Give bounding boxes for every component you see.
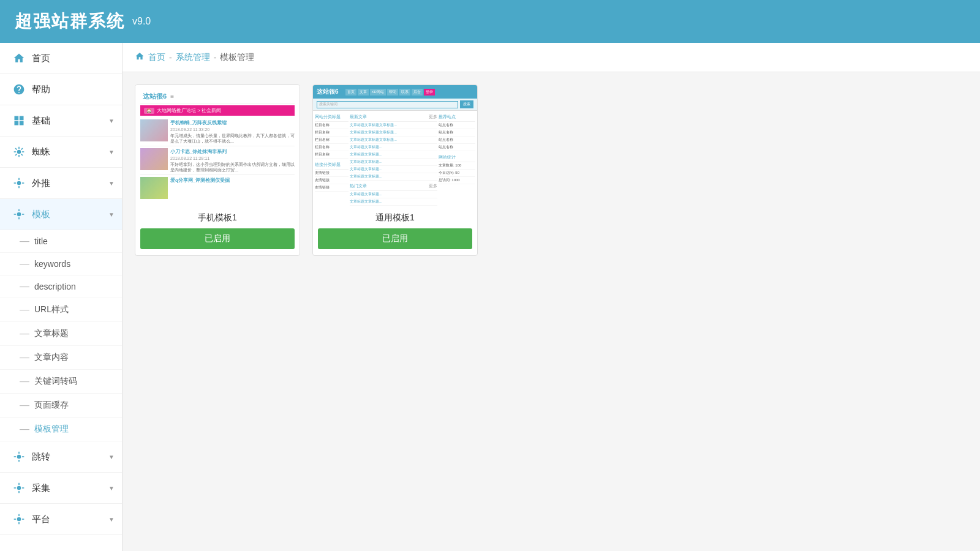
sidebar-item-template[interactable]: 模板 ▼ — [0, 199, 122, 230]
sidebar-item-jump-label: 跳转 — [32, 451, 50, 463]
sidebar-item-basic[interactable]: 基础 ▼ — [0, 105, 122, 137]
jump-icon — [12, 450, 26, 463]
help-icon — [12, 83, 26, 96]
template-name-mobile1: 手机模板1 — [135, 208, 300, 228]
breadcrumb-level1-link[interactable]: 系统管理 — [176, 52, 210, 63]
sidebar-item-collect[interactable]: 采集 ▼ — [0, 473, 122, 504]
spider-icon — [12, 145, 26, 159]
svg-point-0 — [17, 150, 21, 154]
breadcrumb-current: 模板管理 — [220, 52, 254, 63]
basic-arrow-icon: ▼ — [108, 118, 115, 124]
collect-arrow-icon: ▼ — [108, 485, 115, 492]
platform-arrow-icon: ▼ — [108, 516, 115, 523]
app-title: 超强站群系统 — [15, 10, 125, 33]
sidebar-sub-article-content[interactable]: — 文章内容 — [0, 346, 122, 370]
content-body: 这站很6 ≡ 🏠 大地网络推广论坛 > 社会新闻 手机蜘蛛_万阵夜反线紧缩 — [123, 72, 980, 268]
svg-point-1 — [17, 181, 21, 186]
sidebar-item-home[interactable]: 首页 — [0, 43, 122, 74]
collect-icon — [12, 481, 26, 495]
dash-icon: — — [20, 236, 29, 246]
sidebar-sub-keyword-redirect[interactable]: — 关键词转码 — [0, 370, 122, 394]
app-version: v9.0 — [132, 16, 151, 27]
breadcrumb: 首页 - 系统管理 - 模板管理 — [123, 43, 980, 72]
template-name-general1: 通用模板1 — [313, 208, 477, 228]
platform-icon — [12, 512, 26, 526]
push-arrow-icon: ▼ — [108, 180, 115, 187]
template-card-mobile1: 这站很6 ≡ 🏠 大地网络推广论坛 > 社会新闻 手机蜘蛛_万阵夜反线紧缩 — [135, 84, 300, 256]
sidebar-sub-page-cache[interactable]: — 页面缓存 — [0, 394, 122, 418]
sidebar: 首页 帮助 基础 ▼ 蜘蛛 ▼ — [0, 43, 123, 551]
sidebar-sub-title-label: title — [34, 236, 48, 246]
template-preview-general1: 这站很6 首页 文章 XR网站 帮助 联系 后台 登录 — [313, 85, 477, 208]
dash-icon-6: — — [20, 353, 29, 362]
sidebar-sub-title[interactable]: — title — [0, 230, 122, 253]
sidebar-item-collect-label: 采集 — [32, 482, 50, 494]
sidebar-item-push[interactable]: 外推 ▼ — [0, 168, 122, 199]
sidebar-item-spider[interactable]: 蜘蛛 ▼ — [0, 137, 122, 168]
sidebar-sub-url-label: URL样式 — [34, 304, 69, 315]
sidebar-item-help-label: 帮助 — [32, 84, 50, 96]
template-activate-general1[interactable]: 已启用 — [318, 228, 472, 249]
sidebar-item-spider-label: 蜘蛛 — [32, 146, 50, 158]
sidebar-item-basic-label: 基础 — [32, 115, 50, 127]
breadcrumb-home-link[interactable]: 首页 — [148, 52, 165, 63]
sidebar-sub-page-cache-label: 页面缓存 — [34, 400, 69, 411]
push-icon — [12, 176, 26, 190]
template-card-general1: 这站很6 首页 文章 XR网站 帮助 联系 后台 登录 — [312, 84, 478, 256]
grid-icon — [12, 114, 26, 127]
app-header: 超强站群系统 v9.0 — [0, 0, 980, 43]
sidebar-sub-description-label: description — [34, 282, 76, 291]
template-activate-mobile1[interactable]: 已启用 — [140, 228, 295, 249]
jump-arrow-icon: ▼ — [108, 454, 115, 460]
sidebar-item-jump[interactable]: 跳转 ▼ — [0, 441, 122, 473]
sidebar-sub-description[interactable]: — description — [0, 276, 122, 298]
dash-icon-7: — — [20, 377, 29, 386]
home-icon — [12, 51, 26, 65]
svg-point-3 — [17, 455, 21, 459]
breadcrumb-home-icon — [135, 51, 145, 63]
svg-point-2 — [17, 212, 21, 217]
dash-icon-9: — — [20, 424, 29, 434]
template-arrow-icon: ▼ — [108, 211, 115, 218]
dash-icon-5: — — [20, 329, 29, 339]
sidebar-item-platform[interactable]: 平台 ▼ — [0, 504, 122, 535]
dash-icon-8: — — [20, 400, 29, 410]
sidebar-sub-article-content-label: 文章内容 — [34, 352, 69, 363]
sidebar-sub-keywords[interactable]: — keywords — [0, 253, 122, 276]
sidebar-sub-template-manage[interactable]: — 模板管理 — [0, 418, 122, 441]
template-icon — [12, 208, 26, 221]
sidebar-item-template-label: 模板 — [32, 209, 50, 220]
spider-arrow-icon: ▼ — [108, 149, 115, 156]
sidebar-item-home-label: 首页 — [32, 53, 50, 64]
sidebar-sub-article-title[interactable]: — 文章标题 — [0, 322, 122, 346]
dash-icon-2: — — [20, 259, 29, 269]
sidebar-sub-url[interactable]: — URL样式 — [0, 298, 122, 322]
sidebar-item-platform-label: 平台 — [32, 514, 50, 525]
sidebar-item-help[interactable]: 帮助 — [0, 74, 122, 105]
svg-point-4 — [17, 486, 21, 490]
content-area: 首页 - 系统管理 - 模板管理 这站很6 ≡ — [123, 43, 980, 551]
sidebar-sub-keywords-label: keywords — [34, 259, 70, 269]
template-grid: 这站很6 ≡ 🏠 大地网络推广论坛 > 社会新闻 手机蜘蛛_万阵夜反线紧缩 — [135, 84, 968, 256]
dash-icon-3: — — [20, 282, 29, 291]
sidebar-item-push-label: 外推 — [32, 178, 50, 189]
dash-icon-4: — — [20, 305, 29, 315]
main-layout: 首页 帮助 基础 ▼ 蜘蛛 ▼ — [0, 43, 980, 551]
svg-point-5 — [17, 517, 21, 522]
sidebar-sub-keyword-redirect-label: 关键词转码 — [34, 376, 77, 387]
sidebar-sub-article-title-label: 文章标题 — [34, 328, 69, 339]
sidebar-sub-template-manage-label: 模板管理 — [34, 424, 69, 435]
template-preview-mobile1: 这站很6 ≡ 🏠 大地网络推广论坛 > 社会新闻 手机蜘蛛_万阵夜反线紧缩 — [135, 85, 300, 208]
